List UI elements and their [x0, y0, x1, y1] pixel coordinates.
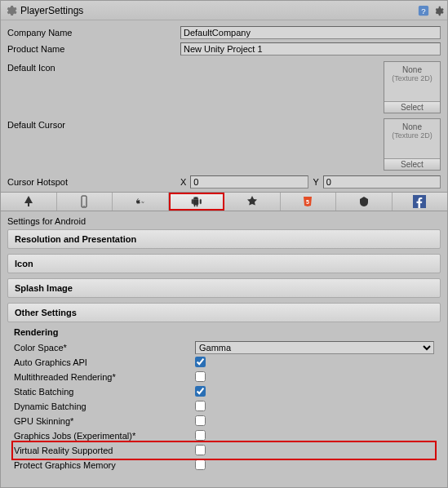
- svg-rect-3: [82, 196, 86, 207]
- hotspot-y-label: Y: [313, 177, 321, 187]
- graphics-jobs-label: Graphics Jobs (Experimental)*: [14, 431, 195, 441]
- static-batching-checkbox[interactable]: [195, 386, 206, 397]
- tab-ios[interactable]: [57, 193, 113, 211]
- static-batching-label: Static Batching: [14, 387, 195, 397]
- multithreaded-checkbox[interactable]: [195, 371, 206, 382]
- protect-memory-checkbox[interactable]: [195, 459, 206, 470]
- tab-samsung[interactable]: [336, 193, 393, 211]
- protect-memory-label: Protect Graphics Memory: [14, 460, 195, 470]
- vr-supported-checkbox[interactable]: [195, 445, 206, 455]
- company-name-input[interactable]: [180, 26, 441, 39]
- settings-icon[interactable]: [432, 5, 444, 16]
- tab-android[interactable]: [169, 193, 225, 211]
- texture-none-label-2: None: [384, 122, 440, 131]
- auto-graphics-label: Auto Graphics API: [14, 357, 195, 367]
- svg-text:?: ?: [421, 6, 425, 15]
- multithreaded-label: Multithreaded Rendering*: [14, 372, 195, 382]
- default-icon-select-button[interactable]: Select: [384, 101, 440, 113]
- player-settings-panel: PlayerSettings ? Company Name Product Na…: [0, 0, 448, 488]
- default-cursor-label: Default Cursor: [7, 118, 180, 130]
- tab-facebook[interactable]: [393, 193, 448, 211]
- tab-standalone[interactable]: [1, 193, 57, 211]
- svg-text:tv: tv: [141, 200, 144, 204]
- section-other[interactable]: Other Settings: [7, 303, 441, 322]
- dynamic-batching-checkbox[interactable]: [195, 401, 206, 411]
- platform-tabs: tv 5: [1, 192, 447, 211]
- form-top: Company Name Product Name Default Icon N…: [1, 20, 447, 192]
- product-name-label: Product Name: [7, 44, 180, 54]
- dynamic-batching-label: Dynamic Batching: [14, 401, 195, 411]
- other-settings-body: Rendering Color Space* Gamma Auto Graphi…: [7, 327, 441, 472]
- hotspot-x-input[interactable]: [190, 175, 308, 189]
- color-space-label: Color Space*: [14, 343, 195, 353]
- default-icon-slot[interactable]: None (Texture 2D) Select: [384, 61, 441, 113]
- hotspot-x-label: X: [180, 177, 188, 187]
- svg-rect-2: [28, 202, 29, 206]
- default-icon-label: Default Icon: [7, 61, 180, 73]
- hotspot-y-input[interactable]: [323, 175, 441, 189]
- texture-none-label: None: [384, 65, 440, 74]
- panel-title: PlayerSettings: [20, 5, 418, 16]
- gpu-skinning-label: GPU Skinning*: [14, 416, 195, 426]
- sections-container: Resolution and Presentation Icon Splash …: [1, 229, 447, 472]
- default-cursor-slot[interactable]: None (Texture 2D) Select: [384, 118, 441, 171]
- graphics-jobs-checkbox[interactable]: [195, 430, 206, 441]
- company-name-label: Company Name: [7, 28, 180, 38]
- vr-supported-label: Virtual Reality Supported: [14, 446, 195, 455]
- texture-type-label-2: (Texture 2D): [392, 131, 432, 140]
- color-space-dropdown[interactable]: Gamma: [195, 341, 434, 354]
- tab-tizen[interactable]: [224, 193, 281, 211]
- tab-tvos[interactable]: tv: [113, 193, 169, 211]
- cursor-hotspot-label: Cursor Hotspot: [7, 177, 180, 187]
- section-icon[interactable]: Icon: [7, 254, 441, 273]
- platform-subtitle: Settings for Android: [1, 211, 447, 229]
- section-splash[interactable]: Splash Image: [7, 278, 441, 298]
- svg-point-4: [84, 206, 85, 206]
- gear-icon: [4, 4, 17, 17]
- tab-webgl[interactable]: 5: [281, 193, 337, 211]
- texture-type-label: (Texture 2D): [392, 74, 432, 82]
- section-resolution[interactable]: Resolution and Presentation: [7, 229, 441, 249]
- auto-graphics-checkbox[interactable]: [195, 357, 206, 367]
- rendering-title: Rendering: [14, 327, 434, 337]
- help-icon[interactable]: ?: [418, 5, 429, 16]
- panel-header: PlayerSettings ?: [1, 1, 447, 20]
- svg-text:5: 5: [306, 199, 309, 205]
- default-cursor-select-button[interactable]: Select: [384, 158, 440, 170]
- product-name-input[interactable]: [180, 42, 441, 55]
- gpu-skinning-checkbox[interactable]: [195, 415, 206, 426]
